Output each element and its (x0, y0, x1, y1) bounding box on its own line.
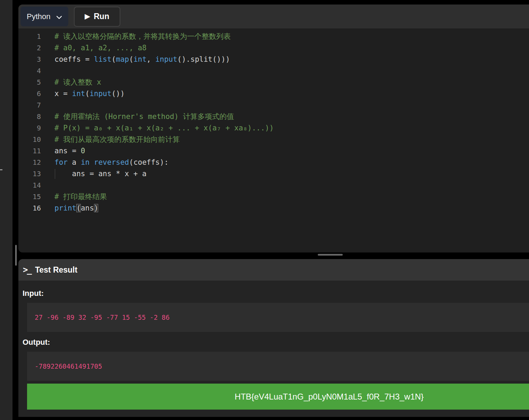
code-line[interactable]: 12for a in reversed(coeffs): (18, 157, 529, 168)
code-token-comment: # 使用霍纳法 (Horner's method) 计算多项式的值 (54, 112, 234, 121)
code-token-plain (89, 158, 94, 166)
output-value: -7892260461491705 (35, 362, 102, 370)
code-line-content[interactable]: # 我们从最高次项的系数开始向前计算 (41, 134, 180, 145)
code-token-comment: # 读入以空格分隔的系数，并将其转换为一个整数列表 (54, 32, 231, 41)
code-token-plain: ( (85, 89, 90, 98)
editor-toolbar: Python ▶ Run (18, 5, 529, 28)
code-token-bracket: ( (76, 204, 81, 212)
code-token-keyword: for (54, 158, 68, 166)
line-number: 6 (18, 88, 41, 100)
code-token-plain: a (68, 158, 81, 166)
code-token-plain: (coeffs): (129, 158, 169, 166)
code-token-plain: ( (111, 55, 116, 63)
panel-drag-handle[interactable] (318, 254, 343, 256)
code-line-content[interactable]: ans = ans * x + a (41, 168, 147, 180)
code-line[interactable]: 8# 使用霍纳法 (Horner's method) 计算多项式的值 (18, 111, 529, 122)
test-result-title: Test Result (35, 265, 77, 275)
code-line[interactable]: 3coeffs = list(map(int, input().split())… (18, 54, 529, 65)
code-token-keyword: print (54, 204, 76, 212)
code-line-content[interactable]: # 读入整数 x (41, 77, 101, 88)
code-token-number: 0 (81, 147, 85, 155)
run-button[interactable]: ▶ Run (74, 7, 120, 27)
code-line[interactable]: 6x = int(input()) (18, 88, 529, 100)
code-line-content[interactable]: print(ans) (41, 203, 98, 214)
code-editor-panel: Python ▶ Run 1# 读入以空格分隔的系数，并将其转换为一个整数列表2… (18, 5, 529, 252)
play-icon: ▶ (85, 12, 90, 20)
test-result-header: >_ Test Result (18, 259, 529, 281)
code-token-comment: # a0, a1, a2, ..., a8 (54, 44, 147, 52)
code-line-content[interactable]: coeffs = list(map(int, input().split())) (41, 54, 230, 65)
language-dropdown-label: Python (27, 12, 51, 21)
code-token-keyword: input (89, 89, 111, 98)
code-token-plain: ( (129, 55, 134, 63)
code-line[interactable]: 7 (18, 100, 529, 111)
line-number: 14 (18, 180, 41, 191)
line-number: 7 (18, 100, 41, 111)
code-token-plain: ().split())) (177, 55, 230, 63)
code-line-content[interactable] (41, 65, 54, 77)
test-result-panel: >_ Test Result Input: 27 -96 -89 32 -95 … (18, 259, 529, 417)
code-token-comment: # P(x) = a₀ + x(a₁ + x(a₂ + ... + x(a₇ +… (54, 124, 274, 132)
code-line[interactable]: 1# 读入以空格分隔的系数，并将其转换为一个整数列表 (18, 31, 529, 42)
output-label: Output: (23, 338, 529, 347)
code-line[interactable]: 10# 我们从最高次项的系数开始向前计算 (18, 134, 529, 145)
code-token-plain: , (147, 55, 155, 63)
code-line-content[interactable]: x = int(input()) (41, 88, 125, 100)
code-line-content[interactable]: # 使用霍纳法 (Horner's method) 计算多项式的值 (41, 111, 234, 122)
code-token-keyword: input (155, 55, 177, 63)
output-value-box: -7892260461491705 (27, 352, 529, 381)
code-line-content[interactable]: for a in reversed(coeffs): (41, 157, 169, 168)
line-number: 3 (18, 54, 41, 65)
line-number: 4 (18, 65, 41, 77)
code-token-keyword: list (94, 55, 112, 63)
line-number: 8 (18, 111, 41, 122)
code-lines[interactable]: 1# 读入以空格分隔的系数，并将其转换为一个整数列表2# a0, a1, a2,… (18, 31, 529, 214)
sidebar-dash-indicator (0, 169, 2, 170)
code-line[interactable]: 15# 打印最终结果 (18, 191, 529, 203)
code-line-content[interactable]: # 打印最终结果 (41, 191, 107, 203)
input-value-box: 27 -96 -89 32 -95 -77 15 -55 -2 86 (27, 303, 529, 332)
code-token-comment: # 读入整数 x (54, 78, 101, 86)
code-token-keyword: int (134, 55, 147, 63)
code-line[interactable]: 9# P(x) = a₀ + x(a₁ + x(a₂ + ... + x(a₇ … (18, 122, 529, 134)
code-line-content[interactable]: # P(x) = a₀ + x(a₁ + x(a₂ + ... + x(a₇ +… (41, 122, 274, 134)
line-number: 15 (18, 191, 41, 203)
code-token-keyword: int (72, 89, 85, 98)
indent-guide (55, 169, 55, 179)
code-line-content[interactable]: ans = 0 (41, 145, 85, 157)
vertical-resize-handle[interactable] (15, 245, 17, 266)
code-token-comment: # 我们从最高次项的系数开始向前计算 (54, 135, 180, 144)
line-number: 5 (18, 77, 41, 88)
code-line[interactable]: 13 ans = ans * x + a (18, 168, 529, 180)
code-token-plain: coeffs = (54, 55, 94, 63)
chevron-down-icon (56, 12, 62, 22)
input-value: 27 -96 -89 32 -95 -77 15 -55 -2 86 (35, 314, 170, 321)
code-line[interactable]: 4 (18, 65, 529, 77)
language-dropdown[interactable]: Python (20, 7, 68, 26)
code-token-plain: ans (81, 204, 94, 212)
line-number: 11 (18, 145, 41, 157)
code-line-content[interactable]: # 读入以空格分隔的系数，并将其转换为一个整数列表 (41, 31, 231, 42)
code-token-keyword: map (116, 55, 129, 63)
code-line[interactable]: 2# a0, a1, a2, ..., a8 (18, 42, 529, 54)
code-line-content[interactable] (41, 100, 54, 111)
line-number: 10 (18, 134, 41, 145)
code-line[interactable]: 16print(ans) (18, 203, 529, 214)
line-number: 1 (18, 31, 41, 42)
code-line[interactable]: 14 (18, 180, 529, 191)
line-number: 9 (18, 122, 41, 134)
terminal-icon: >_ (23, 265, 31, 275)
line-number: 2 (18, 42, 41, 54)
code-line[interactable]: 5# 读入整数 x (18, 77, 529, 88)
code-token-keyword: reversed (94, 158, 129, 166)
success-flag-banner: HTB{eV4LuaT1nG_p0LyN0M1aL5_f0R_7H3_w1N} (27, 384, 529, 410)
code-token-keyword: in (81, 158, 89, 166)
code-token-bracket: ) (94, 204, 99, 212)
input-label: Input: (23, 289, 529, 298)
code-line-content[interactable] (41, 180, 54, 191)
code-line-content[interactable]: # a0, a1, a2, ..., a8 (41, 42, 147, 54)
code-line[interactable]: 11ans = 0 (18, 145, 529, 157)
code-token-comment: # 打印最终结果 (54, 192, 107, 201)
run-button-label: Run (94, 12, 109, 21)
code-token-plain: x = (54, 89, 72, 98)
